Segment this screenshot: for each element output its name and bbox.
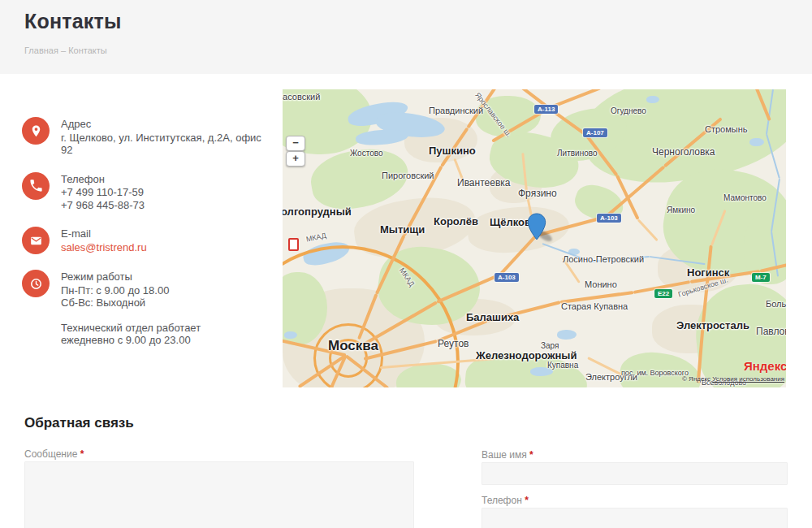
contact-item-line: Сб-Вс: Выходной xyxy=(61,296,201,309)
zoom-out-button[interactable]: − xyxy=(286,136,305,151)
map-label: Мытищи xyxy=(380,223,425,236)
map-label: расовский xyxy=(283,92,320,102)
contact-item-text: Адресг. Щелково, ул. Институтская, д.2А,… xyxy=(61,117,270,157)
message-label-text: Сообщение xyxy=(24,448,77,460)
map-label: Жостово xyxy=(350,149,382,158)
contact-item-text: Режим работыПн-Пт: с 9.00 до 18.00Сб-Вс:… xyxy=(61,270,201,347)
terms-of-use-link[interactable]: Условия использования xyxy=(712,375,784,383)
water-patch xyxy=(646,96,659,103)
phone-label: Телефон * xyxy=(482,495,529,506)
contact-item: Режим работыПн-Пт: с 9.00 до 18.00Сб-Вс:… xyxy=(22,270,270,347)
map-label: Черноголовка xyxy=(652,146,715,158)
contact-item-title: E-mail xyxy=(61,227,147,240)
contact-info-list: Адресг. Щелково, ул. Институтская, д.2А,… xyxy=(22,117,270,362)
breadcrumb-current: Контакты xyxy=(68,45,107,55)
email-link[interactable]: sales@tristrend.ru xyxy=(61,241,147,253)
road-badge: М-7 xyxy=(752,273,770,282)
contact-item-text: E-mailsales@tristrend.ru xyxy=(61,227,147,254)
map-label: Правдинский xyxy=(429,106,483,115)
message-label: Сообщение * xyxy=(24,448,84,460)
map-label: Пушкино xyxy=(429,145,476,157)
contact-item: Телефон+7 499 110-17-59+7 968 445-88-73 xyxy=(22,172,270,212)
map-label: Огуднево xyxy=(611,106,646,115)
map-label: Электросталь xyxy=(676,319,749,331)
contact-item-line: Технический отдел работает xyxy=(61,322,201,335)
road-badge: Е22 xyxy=(654,289,672,298)
water-patch xyxy=(557,330,577,340)
map-label: Больш xyxy=(766,299,786,309)
map-label: МКАД xyxy=(305,232,327,244)
map-label: Стромынь xyxy=(705,124,748,134)
map-pin-icon xyxy=(527,213,546,240)
map-label: Мамонтово xyxy=(723,193,767,202)
map-label: Литвиново xyxy=(557,149,597,158)
page-header: Контакты Главная – Контакты xyxy=(0,0,812,74)
map-label: Ямкино xyxy=(667,206,695,214)
page-title: Контакты xyxy=(24,10,121,33)
map-label: олгопрудный xyxy=(283,206,352,218)
map-label: Пироговский xyxy=(382,171,434,180)
contact-item-line: +7 968 445-88-73 xyxy=(61,199,145,212)
required-asterisk: * xyxy=(525,495,529,506)
contact-item-line: +7 499 110-17-59 xyxy=(61,186,145,199)
map-label: Балашиха xyxy=(466,311,519,323)
zoom-in-button[interactable]: + xyxy=(286,151,305,167)
required-asterisk: * xyxy=(529,449,533,461)
road-badge: А-103 xyxy=(597,214,621,223)
map-label: Павлов xyxy=(756,326,786,337)
map-attribution: © Яндекс Условия использования xyxy=(682,375,784,383)
contact-item-title: Адрес xyxy=(61,118,270,131)
railway-station-icon xyxy=(288,238,299,251)
contact-item-line: г. Щелково, ул. Институтская, д.2А, офис… xyxy=(61,132,270,157)
map-copyright: © Яндекс xyxy=(682,375,710,383)
map-label: Королёв xyxy=(434,215,478,227)
envelope-icon xyxy=(22,227,50,254)
map-label: Фрязино xyxy=(518,188,557,199)
map-label: Ногинск xyxy=(687,266,729,279)
required-asterisk: * xyxy=(80,448,84,460)
contact-item: E-mailsales@tristrend.ru xyxy=(22,227,270,254)
map-label: пос. им. Воровского xyxy=(621,369,689,377)
map-label: Железнодорожный xyxy=(476,349,577,361)
phone-input[interactable] xyxy=(482,508,788,528)
breadcrumb-home-link[interactable]: Главная xyxy=(24,45,58,55)
phone-label-text: Телефон xyxy=(482,495,522,506)
contact-item: Адресг. Щелково, ул. Институтская, д.2А,… xyxy=(22,117,270,157)
road-badge: А-103 xyxy=(495,273,519,282)
clock-icon xyxy=(22,270,50,297)
contact-item-line: ежедневно с 9.00 до 23.00 xyxy=(61,334,201,347)
breadcrumb-separator: – xyxy=(61,45,66,55)
message-input[interactable] xyxy=(24,461,414,528)
contact-item-title: Режим работы xyxy=(61,270,201,283)
road-badge: А-107 xyxy=(583,128,607,137)
map-label: Лосино-Петровский xyxy=(563,254,644,264)
feedback-heading: Обратная связь xyxy=(24,415,134,431)
map-label: Москва xyxy=(328,338,378,354)
yandex-map[interactable]: расовскийПравдинскийОгудневоСтромыньЧерн… xyxy=(283,89,786,387)
name-label-text: Ваше имя xyxy=(482,449,527,461)
contact-item-line: Пн-Пт: с 9.00 до 18.00 xyxy=(61,284,201,297)
breadcrumb: Главная – Контакты xyxy=(24,45,107,55)
map-label: Купавна xyxy=(547,361,578,370)
road-badge: А-113 xyxy=(534,105,558,114)
contact-item-title: Телефон xyxy=(61,173,145,186)
name-input[interactable] xyxy=(482,462,788,485)
contact-item-text: Телефон+7 499 110-17-59+7 968 445-88-73 xyxy=(61,172,145,212)
map-label: Ивантеевка xyxy=(457,177,510,188)
map-road-minor xyxy=(637,219,659,241)
name-label: Ваше имя * xyxy=(482,449,533,461)
location-pin-icon xyxy=(22,117,50,145)
map-label: Реутов xyxy=(438,338,469,349)
phone-icon xyxy=(22,172,50,200)
map-label: Монино xyxy=(585,279,617,289)
yandex-logo[interactable]: Яндекс xyxy=(744,359,786,373)
map-label: Старая Купавна xyxy=(561,301,628,311)
